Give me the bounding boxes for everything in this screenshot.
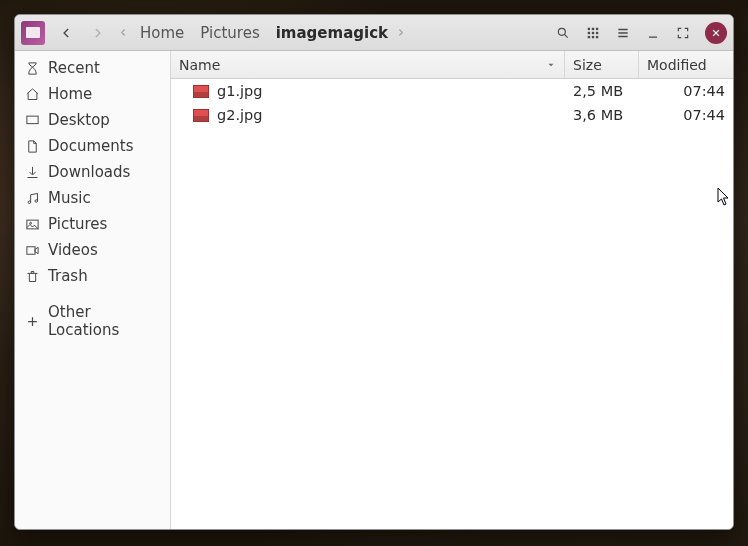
- desktop-icon: [25, 113, 40, 128]
- search-button[interactable]: [549, 19, 577, 47]
- sidebar-item-other-locations[interactable]: Other Locations: [15, 299, 170, 343]
- file-list[interactable]: g1.jpg 2,5 MB 07:44 g2.jpg 3,6 MB 07:44: [171, 79, 733, 529]
- file-row[interactable]: g1.jpg 2,5 MB 07:44: [171, 79, 733, 103]
- forward-button[interactable]: [83, 19, 111, 47]
- column-label: Size: [573, 57, 602, 73]
- recent-icon: [25, 61, 40, 76]
- file-manager-window: Home Pictures imagemagick: [14, 14, 734, 530]
- sidebar-item-trash[interactable]: Trash: [15, 263, 170, 289]
- file-list-panel: Name Size Modified g1.jpg 2,5 MB 07: [171, 51, 733, 529]
- svg-rect-5: [592, 31, 594, 33]
- sidebar-item-label: Documents: [48, 137, 134, 155]
- file-modified: 07:44: [639, 107, 733, 123]
- image-file-icon: [193, 109, 209, 122]
- svg-rect-2: [592, 27, 594, 29]
- file-name: g1.jpg: [217, 83, 565, 99]
- svg-rect-4: [588, 31, 590, 33]
- path-bar: Home Pictures imagemagick: [119, 19, 405, 47]
- downloads-icon: [25, 165, 40, 180]
- column-header-modified[interactable]: Modified: [639, 51, 733, 78]
- sidebar-item-label: Videos: [48, 241, 98, 259]
- sidebar-item-label: Trash: [48, 267, 88, 285]
- sidebar-item-label: Music: [48, 189, 91, 207]
- breadcrumb-current[interactable]: imagemagick: [268, 19, 396, 47]
- svg-rect-9: [596, 35, 598, 37]
- sidebar-item-pictures[interactable]: Pictures: [15, 211, 170, 237]
- maximize-button[interactable]: [669, 19, 697, 47]
- breadcrumb-current-label: imagemagick: [276, 24, 388, 42]
- home-icon: [25, 87, 40, 102]
- file-size: 3,6 MB: [565, 107, 639, 123]
- column-headers: Name Size Modified: [171, 51, 733, 79]
- svg-point-12: [35, 199, 38, 202]
- file-name: g2.jpg: [217, 107, 565, 123]
- minimize-button[interactable]: [639, 19, 667, 47]
- sidebar-item-recent[interactable]: Recent: [15, 55, 170, 81]
- svg-rect-1: [588, 27, 590, 29]
- column-header-size[interactable]: Size: [565, 51, 639, 78]
- music-icon: [25, 191, 40, 206]
- svg-rect-3: [596, 27, 598, 29]
- videos-icon: [25, 243, 40, 258]
- sidebar-item-label: Recent: [48, 59, 100, 77]
- app-icon-files: [21, 21, 45, 45]
- file-row[interactable]: g2.jpg 3,6 MB 07:44: [171, 103, 733, 127]
- hamburger-menu-button[interactable]: [609, 19, 637, 47]
- back-button[interactable]: [53, 19, 81, 47]
- svg-rect-6: [596, 31, 598, 33]
- titlebar: Home Pictures imagemagick: [15, 15, 733, 51]
- chevron-left-icon[interactable]: [119, 28, 128, 37]
- sort-indicator-icon: [546, 57, 556, 73]
- sidebar: Recent Home Desktop Documents Downloads …: [15, 51, 171, 529]
- svg-rect-15: [27, 246, 35, 254]
- sidebar-item-label: Desktop: [48, 111, 110, 129]
- column-label: Name: [179, 57, 220, 73]
- breadcrumb-pictures-label: Pictures: [200, 24, 259, 42]
- sidebar-item-music[interactable]: Music: [15, 185, 170, 211]
- svg-point-0: [558, 28, 565, 35]
- sidebar-item-videos[interactable]: Videos: [15, 237, 170, 263]
- sidebar-item-label: Pictures: [48, 215, 107, 233]
- svg-point-11: [28, 201, 31, 204]
- chevron-right-icon[interactable]: [396, 28, 405, 37]
- breadcrumb-home[interactable]: Home: [128, 19, 192, 47]
- breadcrumb-home-label: Home: [140, 24, 184, 42]
- file-modified: 07:44: [639, 83, 733, 99]
- sidebar-item-label: Other Locations: [48, 303, 160, 339]
- sidebar-item-label: Downloads: [48, 163, 130, 181]
- file-size: 2,5 MB: [565, 83, 639, 99]
- view-grid-button[interactable]: [579, 19, 607, 47]
- trash-icon: [25, 269, 40, 284]
- close-button[interactable]: [705, 22, 727, 44]
- pictures-icon: [25, 217, 40, 232]
- sidebar-item-desktop[interactable]: Desktop: [15, 107, 170, 133]
- sidebar-item-home[interactable]: Home: [15, 81, 170, 107]
- svg-rect-10: [27, 116, 38, 124]
- column-label: Modified: [647, 57, 707, 73]
- sidebar-item-label: Home: [48, 85, 92, 103]
- image-file-icon: [193, 85, 209, 98]
- svg-rect-8: [592, 35, 594, 37]
- column-header-name[interactable]: Name: [171, 51, 565, 78]
- documents-icon: [25, 139, 40, 154]
- svg-rect-7: [588, 35, 590, 37]
- sidebar-item-documents[interactable]: Documents: [15, 133, 170, 159]
- sidebar-item-downloads[interactable]: Downloads: [15, 159, 170, 185]
- breadcrumb-pictures[interactable]: Pictures: [192, 19, 267, 47]
- plus-icon: [25, 314, 40, 329]
